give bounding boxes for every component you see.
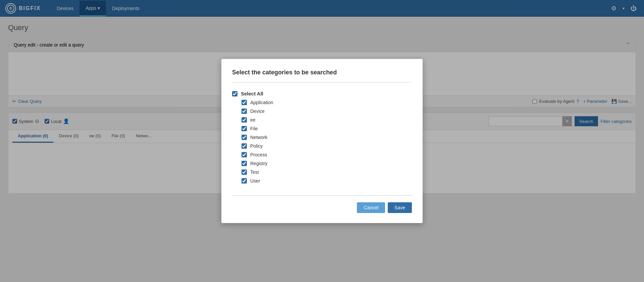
category-test: Test xyxy=(232,168,412,177)
category-user-checkbox[interactable] xyxy=(241,178,247,184)
category-application: Application xyxy=(232,98,412,107)
category-process: Process xyxy=(232,150,412,159)
category-process-checkbox[interactable] xyxy=(241,152,247,157)
category-ee: ee xyxy=(232,116,412,124)
category-ee-label: ee xyxy=(250,117,256,123)
category-device-label: Device xyxy=(250,109,265,114)
modal-title: Select the categories to be searched xyxy=(232,69,412,76)
modal-save-button[interactable]: Save xyxy=(388,202,412,213)
category-policy: Policy xyxy=(232,142,412,150)
category-file-label: File xyxy=(250,126,258,131)
modal-top-divider xyxy=(232,82,412,82)
modal-footer-divider xyxy=(232,195,412,196)
select-all-checkbox[interactable] xyxy=(232,91,237,96)
category-ee-checkbox[interactable] xyxy=(241,117,247,123)
category-registry: Registry xyxy=(232,159,412,168)
category-registry-label: Registry xyxy=(250,161,267,166)
category-file-checkbox[interactable] xyxy=(241,126,247,131)
modal-overlay[interactable]: Select the categories to be searched Sel… xyxy=(0,0,644,282)
category-file: File xyxy=(232,124,412,133)
select-all-item: Select All xyxy=(232,89,412,98)
modal-dialog: Select the categories to be searched Sel… xyxy=(221,59,423,223)
category-policy-label: Policy xyxy=(250,143,263,149)
category-registry-checkbox[interactable] xyxy=(241,161,247,166)
category-network-checkbox[interactable] xyxy=(241,135,247,140)
select-all-label: Select All xyxy=(241,91,263,96)
category-process-label: Process xyxy=(250,152,267,157)
category-application-checkbox[interactable] xyxy=(241,100,247,105)
category-test-label: Test xyxy=(250,169,259,175)
category-device-checkbox[interactable] xyxy=(241,109,247,114)
category-policy-checkbox[interactable] xyxy=(241,143,247,149)
category-device: Device xyxy=(232,107,412,116)
modal-buttons: Cancel Save xyxy=(232,202,412,213)
category-network: Network xyxy=(232,133,412,142)
category-network-label: Network xyxy=(250,135,267,140)
category-test-checkbox[interactable] xyxy=(241,169,247,175)
modal-cancel-button[interactable]: Cancel xyxy=(357,202,385,213)
category-application-label: Application xyxy=(250,100,273,105)
category-user: User xyxy=(232,177,412,185)
category-user-label: User xyxy=(250,178,260,184)
